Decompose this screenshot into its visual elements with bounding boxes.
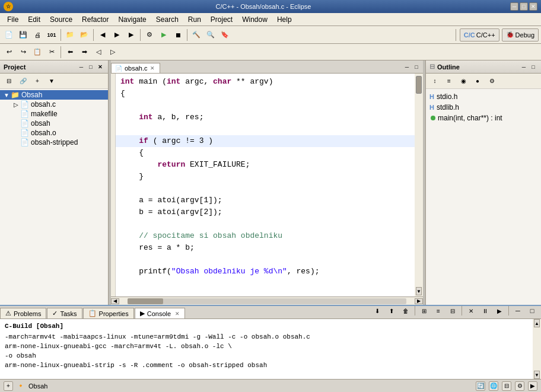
console-scrollbar[interactable]: ▲ ▼ — [533, 319, 541, 379]
nav-next[interactable]: ▷ — [106, 46, 119, 59]
tab-close-button[interactable]: ✕ — [150, 65, 155, 71]
back-button[interactable]: ⬅ — [63, 46, 77, 59]
h-scrollbar-thumb[interactable] — [128, 298, 163, 304]
perspective-cc-button[interactable]: C/C C/C++ — [460, 28, 499, 42]
outline-item-stdlib[interactable]: H stdlib.h — [426, 102, 541, 113]
project-view-menu[interactable]: ▼ — [45, 75, 58, 88]
tree-item-obsah-bin[interactable]: 📄 obsah — [0, 119, 108, 128]
tree-item-obsah-o[interactable]: 📄 obsah.o — [0, 128, 108, 138]
outline-item-stdio[interactable]: H stdio.h — [426, 91, 541, 102]
menu-navigate[interactable]: Navigate — [113, 14, 151, 25]
scrollbar-thumb[interactable] — [416, 76, 422, 94]
tab-console[interactable]: ▶ Console ✕ — [135, 308, 185, 318]
collapse-all-button[interactable]: ⊟ — [2, 75, 15, 88]
outline-settings[interactable]: ⚙ — [485, 75, 498, 88]
tb2-btn1[interactable]: 📋 — [31, 46, 44, 59]
run-button[interactable]: ▶ — [157, 28, 170, 42]
editor-minimize[interactable]: ─ — [403, 63, 411, 71]
perspective-debug-button[interactable]: 🐞 Debug — [502, 28, 539, 42]
forward-button[interactable]: ➡ — [78, 46, 91, 59]
menu-run[interactable]: Run — [183, 14, 206, 25]
binary-button[interactable]: 101 — [45, 28, 58, 42]
outline-panel-maximize[interactable]: □ — [529, 63, 537, 71]
tab-properties[interactable]: 📋 Properties — [83, 308, 134, 318]
next-edit-button[interactable]: ▶ — [110, 28, 123, 42]
project-panel-minimize[interactable]: ─ — [77, 63, 85, 71]
status-btn4[interactable]: ⚙ — [515, 381, 524, 391]
expand-obsah-c[interactable]: ▷ — [12, 100, 20, 109]
console-panel-minimize[interactable]: ─ — [511, 304, 524, 317]
menu-file[interactable]: File — [2, 14, 23, 25]
editor-tab-obsah-c[interactable]: 📄 obsah.c ✕ — [111, 63, 160, 73]
save-button[interactable]: 💾 — [17, 28, 30, 42]
console-btn2[interactable]: ≡ — [432, 304, 445, 317]
scroll-left-btn[interactable]: ◀ — [111, 298, 119, 304]
code-editor[interactable]: int main (int argc, char ** argv) { int … — [116, 74, 415, 297]
status-btn3[interactable]: ⊟ — [502, 381, 511, 391]
editor-maximize[interactable]: □ — [412, 63, 421, 71]
bookmark-button[interactable]: 🔖 — [218, 28, 231, 42]
console-btn4[interactable]: ⏸ — [479, 304, 492, 317]
debug-step-button[interactable]: ⚙ — [143, 28, 156, 42]
outline-filter-button[interactable]: ≡ — [443, 75, 456, 88]
tab-problems[interactable]: ⚠ Problems — [0, 308, 46, 318]
menu-help[interactable]: Help — [272, 14, 297, 25]
new-button[interactable]: 📄 — [2, 28, 15, 42]
console-close-stream[interactable]: ✕ — [464, 304, 478, 317]
console-scroll-up[interactable]: ⬆ — [385, 304, 398, 317]
console-btn5[interactable]: ▶ — [493, 304, 506, 317]
outline-item-main[interactable]: main(int, char**) : int — [426, 113, 541, 123]
maximize-button[interactable]: □ — [520, 2, 528, 11]
outline-hide-fields[interactable]: ◉ — [457, 75, 470, 88]
status-btn1[interactable]: 🔄 — [476, 381, 485, 391]
minimize-button[interactable]: ─ — [510, 2, 518, 11]
console-tab-close[interactable]: ✕ — [175, 311, 180, 317]
menu-window[interactable]: Window — [237, 14, 272, 25]
tree-item-obsah-stripped[interactable]: 📄 obsah-stripped — [0, 138, 108, 147]
redo-button[interactable]: ↪ — [17, 46, 30, 59]
menu-edit[interactable]: Edit — [23, 14, 45, 25]
outline-sort-button[interactable]: ↕ — [428, 75, 441, 88]
menu-search[interactable]: Search — [151, 14, 183, 25]
link-editor-button[interactable]: 🔗 — [17, 75, 30, 88]
status-add-button[interactable]: + — [4, 381, 13, 391]
run-last-button[interactable]: ▶ — [125, 28, 138, 42]
nav-prev[interactable]: ◁ — [92, 46, 105, 59]
prev-edit-button[interactable]: ◀ — [96, 28, 109, 42]
menu-refactor[interactable]: Refactor — [77, 14, 113, 25]
console-scroll-lock[interactable]: ⬇ — [371, 304, 384, 317]
horizontal-scrollbar[interactable]: ◀ ▶ — [111, 297, 423, 305]
tree-item-obsah[interactable]: ▼ 📁 Obsah — [0, 90, 108, 100]
tb2-btn2[interactable]: ✂ — [45, 46, 58, 59]
expand-obsah[interactable]: ▼ — [2, 91, 11, 99]
code-scrollbar[interactable]: ▼ — [415, 74, 423, 297]
tab-tasks[interactable]: ✓ Tasks — [47, 308, 82, 318]
console-panel-maximize[interactable]: □ — [526, 304, 539, 317]
menu-project[interactable]: Project — [206, 14, 237, 25]
scroll-down-btn[interactable]: ▼ — [416, 287, 422, 295]
undo-button[interactable]: ↩ — [2, 46, 15, 59]
open-button[interactable]: 📂 — [78, 28, 91, 42]
close-button[interactable]: ✕ — [529, 2, 537, 11]
console-btn3[interactable]: ⊟ — [446, 304, 459, 317]
status-btn5[interactable]: ▶ — [528, 381, 537, 391]
print-button[interactable]: 🖨 — [31, 28, 44, 42]
console-btn1[interactable]: ⊞ — [418, 304, 431, 317]
new-proj-button[interactable]: 📁 — [63, 28, 77, 42]
console-output[interactable]: C-Build [Obsah] -march=armv4t -mabi=aapc… — [0, 319, 533, 379]
tree-item-obsah-c[interactable]: ▷ 📄 obsah.c — [0, 100, 108, 109]
build-all-button[interactable]: 🔨 — [190, 28, 203, 42]
new-project-button[interactable]: + — [31, 75, 44, 88]
status-btn2[interactable]: 🌐 — [489, 381, 498, 391]
window-controls[interactable]: ─ □ ✕ — [510, 2, 537, 11]
project-panel-maximize[interactable]: □ — [87, 63, 95, 71]
search-toolbar-button[interactable]: 🔍 — [204, 28, 217, 42]
outline-panel-minimize[interactable]: ─ — [520, 63, 528, 71]
outline-hide-static[interactable]: ● — [471, 75, 484, 88]
project-panel-close[interactable]: ✕ — [96, 63, 104, 71]
console-scroll-up-btn[interactable]: ▲ — [534, 319, 540, 327]
tree-item-makefile[interactable]: 📄 makefile — [0, 109, 108, 119]
console-clear[interactable]: 🗑 — [399, 304, 412, 317]
menu-source[interactable]: Source — [45, 14, 77, 25]
console-scroll-down-btn[interactable]: ▼ — [534, 371, 540, 379]
